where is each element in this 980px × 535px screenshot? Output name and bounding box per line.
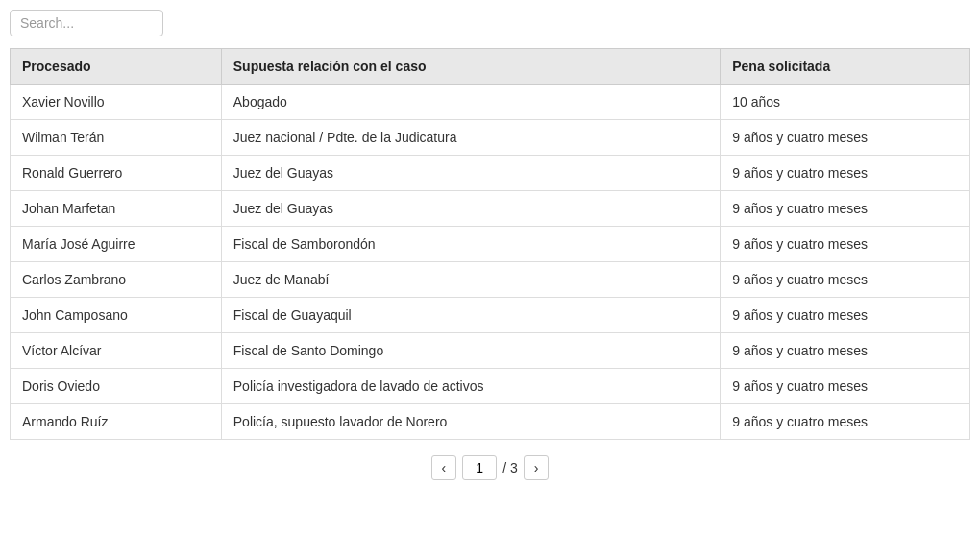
table-row: Doris OviedoPolicía investigadora de lav…: [11, 369, 970, 404]
header-relacion: Supuesta relación con el caso: [221, 49, 720, 85]
cell-relacion: Fiscal de Samborondón: [221, 227, 720, 262]
cell-pena: 9 años y cuatro meses: [721, 369, 970, 404]
cell-pena: 9 años y cuatro meses: [721, 262, 970, 298]
page-total: / 3: [502, 460, 518, 475]
cell-pena: 10 años: [721, 85, 970, 120]
header-pena: Pena solicitada: [721, 49, 970, 85]
cell-pena: 9 años y cuatro meses: [721, 298, 970, 333]
cell-pena: 9 años y cuatro meses: [721, 404, 970, 440]
cell-relacion: Fiscal de Guayaquil: [221, 298, 720, 333]
table-header-row: Procesado Supuesta relación con el caso …: [11, 49, 970, 85]
search-container: [10, 10, 970, 36]
cell-procesado: Víctor Alcívar: [11, 333, 222, 369]
table-row: Armando RuízPolicía, supuesto lavador de…: [11, 404, 970, 440]
data-table: Procesado Supuesta relación con el caso …: [10, 48, 970, 440]
cell-procesado: Wilman Terán: [11, 120, 222, 156]
cell-procesado: John Camposano: [11, 298, 222, 333]
cell-procesado: Armando Ruíz: [11, 404, 222, 440]
page-number-input[interactable]: [462, 455, 497, 480]
cell-relacion: Fiscal de Santo Domingo: [221, 333, 720, 369]
table-row: Wilman TeránJuez nacional / Pdte. de la …: [11, 120, 970, 156]
cell-pena: 9 años y cuatro meses: [721, 227, 970, 262]
search-input[interactable]: [10, 10, 163, 36]
table-row: Johan MarfetanJuez del Guayas9 años y cu…: [11, 191, 970, 227]
cell-procesado: Johan Marfetan: [11, 191, 222, 227]
cell-pena: 9 años y cuatro meses: [721, 333, 970, 369]
table-row: Víctor AlcívarFiscal de Santo Domingo9 a…: [11, 333, 970, 369]
cell-pena: 9 años y cuatro meses: [721, 120, 970, 156]
cell-relacion: Abogado: [221, 85, 720, 120]
cell-relacion: Juez nacional / Pdte. de la Judicatura: [221, 120, 720, 156]
cell-relacion: Policía, supuesto lavador de Norero: [221, 404, 720, 440]
table-row: Ronald GuerreroJuez del Guayas9 años y c…: [11, 156, 970, 191]
cell-relacion: Juez del Guayas: [221, 191, 720, 227]
cell-procesado: María José Aguirre: [11, 227, 222, 262]
cell-pena: 9 años y cuatro meses: [721, 156, 970, 191]
cell-relacion: Juez de Manabí: [221, 262, 720, 298]
prev-page-button[interactable]: ‹: [431, 455, 457, 480]
cell-procesado: Carlos Zambrano: [11, 262, 222, 298]
cell-procesado: Xavier Novillo: [11, 85, 222, 120]
table-row: Xavier NovilloAbogado10 años: [11, 85, 970, 120]
cell-procesado: Ronald Guerrero: [11, 156, 222, 191]
table-row: Carlos ZambranoJuez de Manabí9 años y cu…: [11, 262, 970, 298]
cell-procesado: Doris Oviedo: [11, 369, 222, 404]
table-row: María José AguirreFiscal de Samborondón9…: [11, 227, 970, 262]
table-row: John CamposanoFiscal de Guayaquil9 años …: [11, 298, 970, 333]
header-procesado: Procesado: [11, 49, 222, 85]
pagination: ‹ / 3 ›: [10, 455, 970, 480]
cell-relacion: Juez del Guayas: [221, 156, 720, 191]
cell-relacion: Policía investigadora de lavado de activ…: [221, 369, 720, 404]
cell-pena: 9 años y cuatro meses: [721, 191, 970, 227]
next-page-button[interactable]: ›: [524, 455, 550, 480]
